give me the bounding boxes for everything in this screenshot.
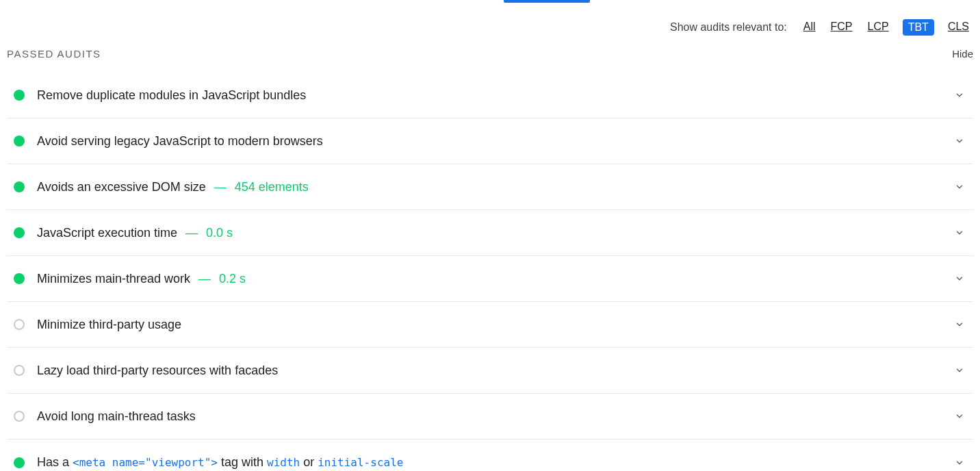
audit-detail: 454 elements [235, 179, 309, 195]
audit-title: Avoid serving legacy JavaScript to moder… [37, 133, 323, 149]
audit-title: Avoids an excessive DOM size [37, 179, 206, 195]
audit-title-wrap: Avoids an excessive DOM size—454 element… [37, 179, 940, 195]
audit-title-wrap: Minimizes main-thread work—0.2 s [37, 270, 940, 287]
audit-title: Remove duplicate modules in JavaScript b… [37, 87, 306, 103]
chevron-down-icon [953, 456, 966, 470]
audit-row[interactable]: Minimize third-party usage [7, 302, 973, 348]
audit-title-wrap: Lazy load third-party resources with fac… [37, 362, 940, 379]
audit-title-wrap: JavaScript execution time—0.0 s [37, 225, 940, 241]
filter-option-cls[interactable]: CLS [946, 19, 970, 36]
filter-option-all[interactable]: All [802, 19, 817, 36]
chevron-down-icon [953, 409, 966, 423]
hide-button[interactable]: Hide [952, 48, 973, 60]
section-title: PASSED AUDITS [7, 48, 101, 60]
status-pass-icon [14, 227, 25, 238]
audit-title-wrap: Minimize third-party usage [37, 316, 940, 333]
status-na-icon [14, 411, 25, 422]
status-pass-icon [14, 457, 25, 468]
chevron-down-icon [953, 364, 966, 377]
status-na-icon [14, 319, 25, 330]
audit-detail: 0.0 s [206, 225, 233, 241]
audit-row[interactable]: Avoids an excessive DOM size—454 element… [7, 164, 973, 210]
status-pass-icon [14, 136, 25, 147]
audit-title: Minimize third-party usage [37, 316, 181, 333]
audit-title-wrap: Remove duplicate modules in JavaScript b… [37, 87, 940, 103]
code-snippet: width [267, 456, 300, 469]
section-header: PASSED AUDITS Hide [0, 42, 980, 66]
chevron-down-icon [953, 272, 966, 285]
audit-title: Lazy load third-party resources with fac… [37, 362, 278, 379]
audit-row[interactable]: Avoid serving legacy JavaScript to moder… [7, 118, 973, 164]
chevron-down-icon [953, 88, 966, 102]
text: or [300, 455, 318, 469]
filter-option-fcp[interactable]: FCP [829, 19, 854, 36]
chevron-down-icon [953, 134, 966, 148]
audit-row[interactable]: Lazy load third-party resources with fac… [7, 348, 973, 394]
audit-title-wrap: Has a <meta name="viewport"> tag with wi… [37, 454, 940, 471]
code-snippet: <meta name="viewport"> [73, 456, 218, 469]
status-pass-icon [14, 273, 25, 284]
filter-label: Show audits relevant to: [670, 21, 787, 34]
chevron-down-icon [953, 318, 966, 331]
audit-title: Avoid long main-thread tasks [37, 408, 196, 424]
audit-title: Has a <meta name="viewport"> tag with wi… [37, 454, 403, 471]
audit-dash: — [214, 179, 227, 195]
status-pass-icon [14, 181, 25, 192]
code-snippet: initial-scale [318, 456, 403, 469]
audit-title: Minimizes main-thread work [37, 270, 190, 287]
chevron-down-icon [953, 226, 966, 240]
active-tab-indicator [504, 0, 590, 3]
audit-list: Remove duplicate modules in JavaScript b… [0, 66, 980, 471]
audit-title-wrap: Avoid long main-thread tasks [37, 408, 940, 424]
audit-dash: — [198, 270, 211, 287]
status-pass-icon [14, 90, 25, 101]
text: tag with [218, 455, 267, 469]
audit-row[interactable]: JavaScript execution time—0.0 s [7, 210, 973, 256]
filter-bar: Show audits relevant to: AllFCPLCPTBTCLS [0, 11, 980, 42]
filter-option-tbt[interactable]: TBT [903, 19, 934, 36]
audit-row[interactable]: Remove duplicate modules in JavaScript b… [7, 66, 973, 118]
audit-title: JavaScript execution time [37, 225, 177, 241]
audit-dash: — [185, 225, 198, 241]
audit-row[interactable]: Minimizes main-thread work—0.2 s [7, 256, 973, 302]
audit-row[interactable]: Avoid long main-thread tasks [7, 394, 973, 440]
text: Has a [37, 455, 73, 469]
filter-option-lcp[interactable]: LCP [866, 19, 890, 36]
audit-title-wrap: Avoid serving legacy JavaScript to moder… [37, 133, 940, 149]
audit-detail: 0.2 s [219, 270, 246, 287]
chevron-down-icon [953, 180, 966, 194]
status-na-icon [14, 365, 25, 376]
audit-row[interactable]: Has a <meta name="viewport"> tag with wi… [7, 440, 973, 471]
